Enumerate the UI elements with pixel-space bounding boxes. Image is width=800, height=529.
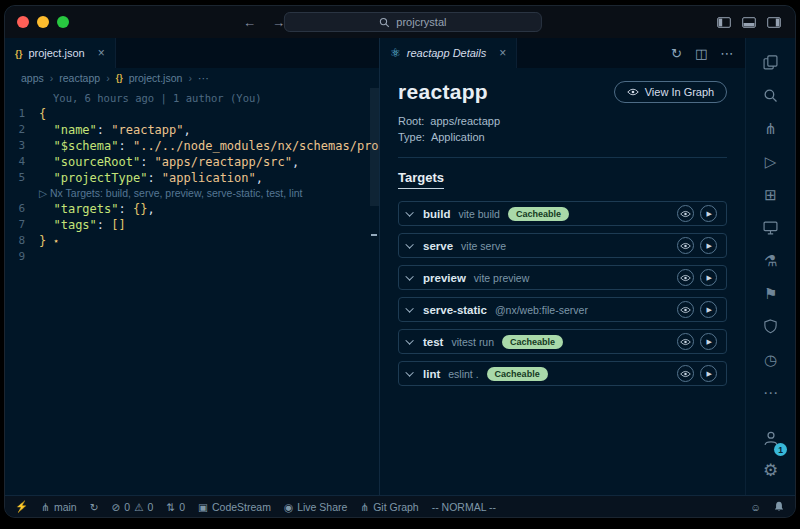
- target-command: eslint .: [448, 368, 478, 380]
- git-graph-icon: ⋔: [360, 501, 369, 513]
- sync-count: 0: [179, 501, 185, 513]
- nx-console-item[interactable]: [746, 310, 795, 343]
- extensions-item[interactable]: ⊞: [746, 178, 795, 211]
- back-button[interactable]: ←: [243, 15, 256, 30]
- tab-bar-right: ⚛ reactapp Details × ↻ ◫ ⋯: [380, 38, 745, 68]
- target-command: vite preview: [474, 272, 529, 284]
- run-debug-item[interactable]: ▷: [746, 145, 795, 178]
- gitlens-blame-annotation[interactable]: You, 6 hours ago | 1 author (You): [5, 91, 379, 106]
- nx-targets-codelens[interactable]: ▷ Nx Targets: build, serve, preview, ser…: [5, 186, 379, 201]
- codestream-status[interactable]: ▣ CodeStream: [198, 501, 271, 513]
- explorer-item[interactable]: [746, 46, 795, 79]
- chevron-down-icon[interactable]: [405, 368, 413, 376]
- json-file-icon: {}: [116, 73, 123, 83]
- chevron-down-icon[interactable]: [405, 304, 413, 312]
- project-title: reactapp: [398, 80, 488, 104]
- run-target-button[interactable]: ▶: [700, 333, 717, 350]
- breadcrumb-item[interactable]: ⋯: [198, 72, 209, 84]
- chevron-down-icon[interactable]: [405, 336, 413, 344]
- notifications-status[interactable]: [773, 501, 785, 513]
- reveal-target-button[interactable]: [677, 269, 694, 286]
- breadcrumb-item[interactable]: apps: [21, 72, 44, 84]
- minimize-window-button[interactable]: [37, 16, 49, 28]
- editor-scrollbar[interactable]: [370, 88, 379, 206]
- code-editor[interactable]: You, 6 hours ago | 1 author (You) 1{2 "n…: [5, 88, 379, 495]
- line-number: 2: [5, 122, 39, 138]
- live-share-status[interactable]: ◉ Live Share: [284, 501, 347, 513]
- search-item[interactable]: [746, 79, 795, 112]
- problems-status[interactable]: ⊘ 0 ⚠ 0: [112, 501, 154, 513]
- chevron-down-icon[interactable]: [405, 208, 413, 216]
- workspace-name: projcrystal: [396, 16, 446, 28]
- timeline-item[interactable]: ◷: [746, 343, 795, 376]
- bookmarks-item[interactable]: ⚑: [746, 277, 795, 310]
- chevron-down-icon[interactable]: [405, 240, 413, 248]
- breadcrumb: apps›reactapp›{}project.json›⋯: [5, 68, 379, 88]
- breadcrumb-item[interactable]: reactapp: [59, 72, 100, 84]
- bell-icon: [773, 501, 785, 513]
- tab-label: project.json: [28, 47, 84, 59]
- breadcrumb-separator: ›: [50, 72, 54, 84]
- gear-icon: ⚙: [763, 460, 778, 481]
- accounts-item[interactable]: 1: [746, 421, 795, 454]
- more-actions-icon[interactable]: ⋯: [720, 46, 733, 61]
- reveal-target-button[interactable]: [677, 365, 694, 382]
- history-clock-icon: ◷: [764, 351, 777, 369]
- refresh-icon[interactable]: ↻: [671, 46, 682, 61]
- remote-monitor-icon: [763, 221, 778, 235]
- history-nav: ← →: [243, 15, 285, 30]
- git-graph-status[interactable]: ⋔ Git Graph: [360, 501, 418, 513]
- toggle-secondary-sidebar-icon[interactable]: [767, 17, 781, 28]
- more-views-item[interactable]: ⋯: [746, 376, 795, 409]
- close-tab-icon[interactable]: ×: [499, 46, 506, 60]
- reveal-target-button[interactable]: [677, 237, 694, 254]
- target-row-lint[interactable]: linteslint .Cacheable▶: [398, 361, 727, 386]
- tab-reactapp-details[interactable]: ⚛ reactapp Details ×: [380, 38, 517, 68]
- run-target-button[interactable]: ▶: [700, 237, 717, 254]
- reveal-target-button[interactable]: [677, 333, 694, 350]
- split-editor-icon[interactable]: ◫: [695, 46, 707, 61]
- breadcrumb-item[interactable]: project.json: [129, 72, 183, 84]
- tab-project-json[interactable]: {} project.json ×: [5, 38, 116, 68]
- reveal-target-button[interactable]: [677, 205, 694, 222]
- target-row-serve[interactable]: servevite serve▶: [398, 233, 727, 258]
- cacheable-badge: Cacheable: [508, 207, 569, 221]
- view-in-graph-label: View In Graph: [645, 86, 715, 98]
- toggle-sidebar-icon[interactable]: [717, 17, 731, 28]
- target-row-build[interactable]: buildvite buildCacheable▶: [398, 201, 727, 226]
- view-in-graph-button[interactable]: View In Graph: [614, 81, 728, 103]
- source-control-item[interactable]: ⋔: [746, 112, 795, 145]
- sync-status[interactable]: ↻: [90, 501, 99, 513]
- run-target-button[interactable]: ▶: [700, 301, 717, 318]
- run-target-button[interactable]: ▶: [700, 269, 717, 286]
- activity-bar: ⋔ ▷ ⊞ ⚗ ⚑ ◷ ⋯: [745, 38, 795, 495]
- chevron-down-icon[interactable]: [405, 272, 413, 280]
- shield-icon: [763, 319, 778, 334]
- git-branch-status[interactable]: ⋔ main: [41, 501, 77, 513]
- feedback-status[interactable]: ☺: [750, 501, 761, 513]
- testing-item[interactable]: ⚗: [746, 244, 795, 277]
- target-row-test[interactable]: testvitest runCacheable▶: [398, 329, 727, 354]
- target-name: serve: [423, 240, 453, 252]
- remote-indicator[interactable]: ⚡: [15, 500, 28, 513]
- eye-icon: [680, 338, 691, 346]
- target-row-serve-static[interactable]: serve-static@nx/web:file-server▶: [398, 297, 727, 322]
- close-window-button[interactable]: [17, 16, 29, 28]
- target-row-preview[interactable]: previewvite preview▶: [398, 265, 727, 290]
- close-tab-icon[interactable]: ×: [98, 46, 105, 60]
- settings-item[interactable]: ⚙: [746, 454, 795, 487]
- play-outline-icon: ▷: [765, 153, 777, 171]
- code-line: 1{: [5, 106, 379, 122]
- line-number: 8: [5, 233, 39, 249]
- run-target-button[interactable]: ▶: [700, 205, 717, 222]
- zoom-window-button[interactable]: [57, 16, 69, 28]
- remote-explorer-item[interactable]: [746, 211, 795, 244]
- target-command: @nx/web:file-server: [495, 304, 588, 316]
- run-target-button[interactable]: ▶: [700, 365, 717, 382]
- toggle-panel-icon[interactable]: [742, 17, 756, 28]
- sync-count-status[interactable]: ⇅ 0: [166, 501, 185, 513]
- cacheable-badge: Cacheable: [487, 367, 548, 381]
- reveal-target-button[interactable]: [677, 301, 694, 318]
- command-center-search[interactable]: projcrystal: [284, 12, 542, 32]
- overview-ruler-cursor-marker: [371, 234, 377, 236]
